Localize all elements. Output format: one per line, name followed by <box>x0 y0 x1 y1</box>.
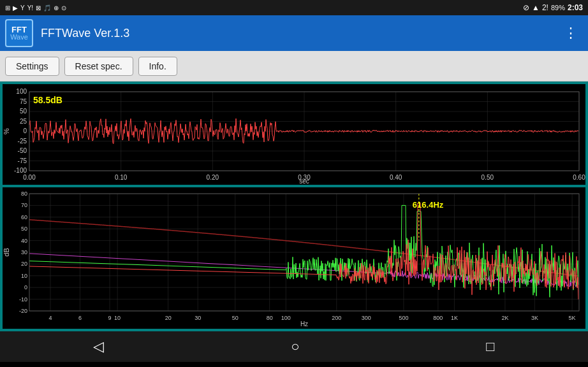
info-button[interactable]: Info. <box>138 57 177 76</box>
status-bar: ⊞ ▶ Y Y! ⊠ 🎵 ⊕ ⊙ ⊘ ▲ 2! 89% 2:03 <box>0 0 588 15</box>
block-icon: ⊘ <box>523 3 529 12</box>
app-icon-3: Y <box>20 4 25 11</box>
fft-canvas <box>3 187 585 329</box>
battery-level: 89% <box>551 4 565 11</box>
app-bar: FFT Wave FFTWave Ver.1.3 ⋮ <box>0 15 588 51</box>
app-icon-1: ⊞ <box>5 4 10 11</box>
app-title: FFTWave Ver.1.3 <box>41 27 559 40</box>
logo-wave-text: Wave <box>10 34 28 41</box>
recent-apps-button[interactable]: □ <box>471 333 510 360</box>
nav-bar: ◁ ○ □ <box>0 331 588 362</box>
back-button[interactable]: ◁ <box>78 333 119 360</box>
app-icon-2: ▶ <box>13 4 18 11</box>
status-left-icons: ⊞ ▶ Y Y! ⊠ 🎵 ⊕ ⊙ <box>5 4 66 11</box>
app-icon-4: Y! <box>27 4 33 11</box>
wave-chart <box>3 84 585 185</box>
app-icon-5: ⊠ <box>36 4 41 11</box>
app-icon-8: ⊙ <box>61 4 66 11</box>
charts-area <box>0 82 588 331</box>
fft-chart <box>3 187 585 329</box>
settings-button[interactable]: Settings <box>5 57 59 76</box>
app-icon-6: 🎵 <box>43 4 51 11</box>
signal-icon: 2! <box>542 3 548 12</box>
clock: 2:03 <box>568 3 583 12</box>
wave-canvas <box>3 84 585 185</box>
wifi-icon: ▲ <box>532 3 540 12</box>
app-icon-7: ⊕ <box>54 4 59 11</box>
reset-spec-button[interactable]: Reset spec. <box>64 57 133 76</box>
overflow-menu-button[interactable]: ⋮ <box>559 22 583 44</box>
app-logo: FFT Wave <box>5 19 33 47</box>
status-right-icons: ⊘ ▲ 2! 89% 2:03 <box>523 3 583 12</box>
home-button[interactable]: ○ <box>276 333 314 360</box>
toolbar: Settings Reset spec. Info. <box>0 51 588 82</box>
